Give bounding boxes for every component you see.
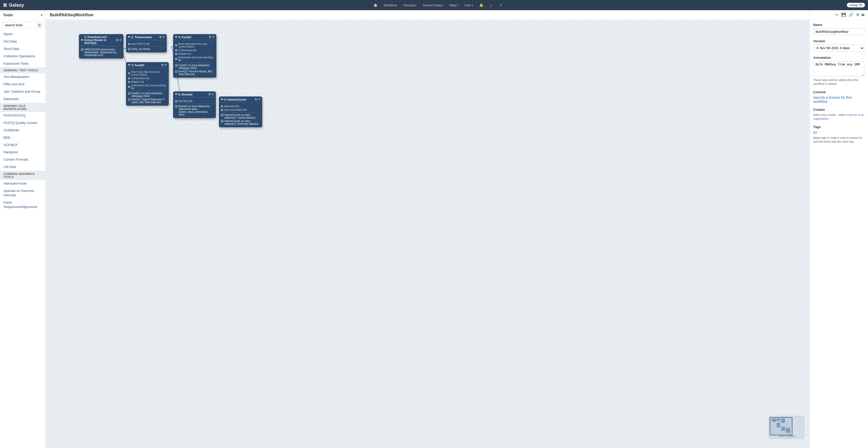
sidebar-item-vcf-bcf[interactable]: VCF/BCF (0, 141, 45, 149)
node4-input-4: Submodule and Limit specifing file (175, 56, 214, 62)
canvas-content[interactable]: ✏ 1: Download and Extract Reads in FASTQ… (46, 20, 809, 446)
workflow-node-1[interactable]: ✏ 1: Download and Extract Reads in FASTQ… (79, 34, 123, 59)
node4-copy-icon[interactable]: ⎘ (209, 35, 211, 39)
edit-icon[interactable]: ✏ (835, 12, 839, 17)
node3-copy-icon[interactable]: ⎘ (162, 63, 163, 67)
workflow-node-4[interactable]: ✏ 4: FastQC ⎘ ✕ Short read data from you… (173, 34, 216, 77)
node5-close-icon[interactable]: ✕ (212, 93, 214, 96)
sidebar-item-nanopore[interactable]: Nanopore (0, 149, 45, 156)
name-section: Name (813, 23, 864, 35)
annotation-textarea[interactable]: Bulk RNASeq from any SRR (813, 61, 864, 76)
node1-close-icon[interactable]: ✕ (119, 38, 121, 42)
node4-body: Short read data from your current histor… (173, 40, 216, 77)
tools-sidebar: Tools ▾ ✕ Inputs Get Data Send Data Coll… (0, 10, 46, 448)
nav-user[interactable]: User ▾ (462, 2, 476, 8)
node6-title: 6: featureCounts (224, 98, 246, 101)
search-clear-button[interactable]: ✕ (37, 23, 41, 27)
nav-home[interactable]: 🏠 (371, 2, 380, 8)
grid-icon: ⊞ (3, 2, 7, 8)
annotation-section: Annotation Bulk RNASeq from any SRR Thes… (813, 56, 864, 86)
save-icon[interactable]: 💾 (841, 12, 846, 17)
nav-help[interactable]: Help ▾ (447, 2, 461, 8)
node6-icons: ⎘ ✕ (255, 98, 260, 101)
node2-header: ✏ 2: Trimmomatic ⎘ ✕ (126, 34, 167, 40)
node3-close-icon[interactable]: ✕ (164, 63, 167, 67)
sidebar-item-text-manip[interactable]: Text Manipulation (0, 73, 45, 81)
nav-right: Using 7% (847, 3, 865, 7)
node6-input-2: Gene annotation file (221, 108, 260, 111)
nav-apps[interactable]: ⠿ (497, 2, 505, 8)
right-panel: ✏ 💾 🔗 ⚙ ▶ Name Version 6: Nov 5th 2020, … (809, 10, 868, 448)
node1-title: 1: Download and Extract Reads in FASTQ/Q (84, 35, 116, 44)
search-input[interactable] (3, 22, 43, 28)
sidebar-item-join-subtract[interactable]: Join, Subtract and Group (0, 88, 45, 95)
name-input[interactable] (813, 28, 864, 35)
workflow-node-5[interactable]: ✏ 5: Bowtie2 ⎘ ✕ FASTA/Q file ✓ (173, 91, 216, 118)
node3-input-1: Short read data from your current histor… (128, 70, 167, 76)
node5-icons: ⎘ ✕ (209, 93, 214, 96)
node2-cb1: ✓ (128, 48, 131, 51)
link-icon[interactable]: 🔗 (849, 12, 854, 17)
sidebar-item-bed[interactable]: BED (0, 134, 45, 141)
sidebar-item-lift-over[interactable]: Lift-Over (0, 163, 45, 171)
nav-notifications[interactable]: 🔔 (477, 2, 486, 8)
version-label: Version (813, 39, 864, 43)
sidebar-section-genomic-file: GENOMIC FILE MANIPULATION (0, 103, 45, 112)
settings-icon[interactable]: ⚙ (856, 12, 859, 17)
node3-port-3 (128, 81, 130, 83)
main-layout: Tools ▾ ✕ Inputs Get Data Send Data Coll… (0, 0, 868, 448)
sidebar-item-datamash[interactable]: Datamash (0, 95, 45, 103)
sidebar-item-get-data[interactable]: Get Data (0, 38, 45, 45)
app-logo[interactable]: ⊞ Galaxy (3, 2, 24, 8)
workflow-node-6[interactable]: ✏ 6: featureCounts ⎘ ✕ Alignment file (219, 96, 262, 127)
node4-cb2 (175, 70, 178, 73)
canvas-area: BulkRNASeqWorkflow ✏ (46, 10, 809, 448)
sidebar-item-inputs[interactable]: Inputs (0, 31, 45, 38)
creator-section: Creator Add a new creator - either a per… (813, 108, 864, 121)
sidebar-item-sam-bam[interactable]: SAM/BAM (0, 127, 45, 134)
nav-shared-data[interactable]: Shared Data ▾ (420, 2, 446, 8)
node6-copy-icon[interactable]: ⎘ (255, 98, 257, 101)
node1-copy-icon[interactable]: ⎘ (116, 38, 118, 42)
right-panel-body: Name Version 6: Nov 5th 2020, 6 steps An… (810, 19, 868, 151)
node3-input-2: Contaminant list (128, 77, 167, 80)
sidebar-item-expression-tools[interactable]: Expression Tools (0, 60, 45, 67)
nav-visualize[interactable]: Visualize (401, 2, 419, 8)
node4-close-icon[interactable]: ✕ (212, 35, 214, 39)
app-name: Galaxy (9, 3, 24, 8)
node6-output-1: ✓ featureCounts on input dataset(s): Cou… (221, 114, 260, 119)
sidebar-item-send-data[interactable]: Send Data (0, 45, 45, 53)
sidebar-item-fasta-fastq[interactable]: FASTA/FASTQ (0, 112, 45, 119)
sidebar-item-genomic-intervals[interactable]: Operate on Genomic Intervals (0, 187, 45, 199)
license-link[interactable]: Specify a license for this workflow. (813, 95, 852, 104)
nav-workflow[interactable]: Workflow (381, 2, 400, 8)
node3-port-4 (128, 86, 130, 88)
nav-links: 🏠 Workflow Visualize Shared Data ▾ Help … (29, 2, 847, 8)
workflow-node-2[interactable]: ✏ 2: Trimmomatic ⎘ ✕ Input FASTQ file (126, 34, 167, 53)
run-icon[interactable]: ▶ (862, 12, 865, 17)
node6-close-icon[interactable]: ✕ (258, 98, 260, 101)
minimap[interactable]: Zoom Controls (769, 416, 804, 439)
workflow-node-3[interactable]: ✏ 3: FastQC ⎘ ✕ Short read data from you… (126, 62, 169, 106)
node4-input-1: Short read data from your current histor… (175, 42, 214, 48)
sidebar-collapse-icon[interactable]: ▾ (41, 13, 42, 17)
name-label: Name (813, 23, 864, 27)
sidebar-item-filter-sort[interactable]: Filter and Sort (0, 81, 45, 88)
sidebar-item-convert-formats[interactable]: Convert Formats (0, 156, 45, 163)
node2-close-icon[interactable]: ✕ (162, 35, 165, 39)
node4-header: ✏ 4: FastQC ⎘ ✕ (173, 34, 216, 40)
pencil-icon: ✏ (81, 38, 83, 42)
sidebar-item-fetch-seq[interactable]: Fetch Sequences/Alignments (0, 199, 45, 211)
sidebar-item-interactive-tools[interactable]: Interactive tools (0, 180, 45, 187)
nav-tutorials[interactable]: 🎓 (487, 2, 496, 8)
node3-icons: ⎘ ✕ (162, 63, 167, 67)
node2-output-1: ✓ fastq_out (input) (128, 47, 165, 51)
version-select[interactable]: 6: Nov 5th 2020, 6 steps (813, 44, 864, 52)
sidebar-item-collection-ops[interactable]: Collection Operations (0, 53, 45, 60)
node2-copy-icon[interactable]: ⎘ (160, 35, 161, 39)
creator-label: Creator (813, 108, 864, 111)
node5-copy-icon[interactable]: ⎘ (209, 93, 211, 96)
sidebar-item-fastq-qc[interactable]: FASTQ Quality Control (0, 119, 45, 127)
creator-person-link[interactable]: a person (846, 113, 857, 116)
pencil-icon-2: ✏ (128, 35, 130, 39)
